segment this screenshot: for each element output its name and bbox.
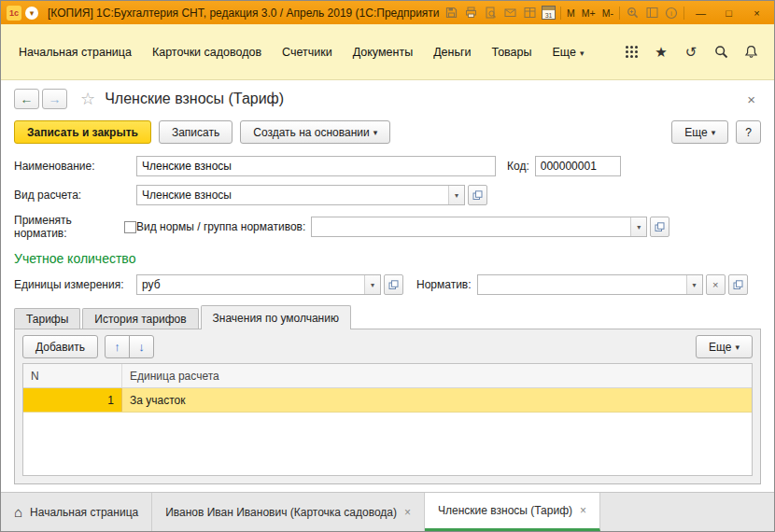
service-grid-icon[interactable] [623,44,640,61]
norm-kind-select[interactable]: ▾ [311,217,647,237]
favorite-star-icon[interactable]: ☆ [80,89,95,109]
name-label: Наименование: [14,160,136,173]
print-icon[interactable] [463,6,478,21]
window-title: [КОПИЯ] 1С:Бухгалтерия СНТ, редакция 3.0… [48,7,440,20]
search-icon[interactable] [712,44,729,61]
more-button[interactable]: Еще▾ [671,120,728,144]
save-icon[interactable] [444,6,458,21]
close-form-icon[interactable]: × [741,90,761,109]
table-icon[interactable] [522,6,537,21]
section-title-accounting-quantity: Учетное количество [1,251,774,266]
bottom-tab-gardener-card[interactable]: Иванов Иван Иванович (Карточка садовода)… [152,493,425,531]
default-values-panel: Добавить ↑ ↓ Еще▾ N Единица расчета 1 За… [14,329,761,484]
favorites-star-icon[interactable]: ★ [653,44,669,61]
close-window-button[interactable]: × [745,5,768,21]
page-title: Членские взносы (Тариф) [105,91,284,107]
info-icon[interactable]: i [664,6,679,21]
tab-tariffs[interactable]: Тарифы [14,308,80,329]
normative-select[interactable]: ▾ [477,274,703,295]
bottom-tab-home[interactable]: ⌂ Начальная страница [1,493,152,531]
history-icon[interactable]: ↺ [683,44,699,61]
calc-type-open-button[interactable] [468,185,487,205]
help-button[interactable]: ? [736,120,761,144]
name-input[interactable] [136,156,496,176]
save-and-close-button[interactable]: Записать и закрыть [14,120,151,144]
apply-norm-group: Применять норматив: [14,214,136,240]
units-value: руб [137,278,364,291]
calc-type-value: Членские взносы [137,189,448,202]
move-up-button[interactable]: ↑ [105,335,130,358]
menu-item-money[interactable]: Деньги [423,40,481,64]
menu-item-gardener-cards[interactable]: Карточки садоводов [142,40,272,64]
create-based-on-label: Создать на основании [253,126,370,139]
titlebar-separator [560,7,561,20]
tab-tariff-history[interactable]: История тарифов [82,308,198,329]
titlebar-separator [683,7,684,20]
calc-type-select[interactable]: Членские взносы ▾ [136,185,465,205]
cell-calc-unit[interactable]: За участок [122,388,752,412]
units-select[interactable]: руб ▾ [136,274,381,295]
print-preview-icon[interactable] [483,6,498,21]
forward-button[interactable]: → [42,89,67,109]
titlebar-separator [619,7,620,20]
menu-item-more[interactable]: Еще▾ [542,40,595,64]
chevron-down-icon: ▾ [373,128,378,137]
close-tab-icon[interactable]: × [580,504,586,517]
units-row: Единицы измерения: руб ▾ Норматив: ▾ × [1,274,774,295]
grid-more-label: Еще [709,341,731,354]
calculator-m-minus-button[interactable]: М- [601,7,614,19]
app-window: 1с ▾ [КОПИЯ] 1С:Бухгалтерия СНТ, редакци… [0,0,775,532]
menu-item-goods[interactable]: Товары [482,40,542,64]
normative-open-button[interactable] [728,274,748,295]
save-button[interactable]: Записать [159,120,232,144]
cell-row-number[interactable]: 1 [23,388,122,412]
normative-clear-button[interactable]: × [706,274,726,295]
chevron-down-icon: ▾ [735,343,740,352]
menu-item-documents[interactable]: Документы [343,40,423,64]
minimize-button[interactable]: — [689,5,712,21]
calc-type-row: Вид расчета: Членские взносы ▾ [1,185,774,205]
calculator-m-plus-button[interactable]: М+ [581,7,597,19]
notifications-bell-icon[interactable] [742,44,759,61]
units-dropdown-button[interactable]: ▾ [364,275,380,294]
send-icon[interactable] [502,6,517,21]
panels-icon[interactable] [644,6,659,21]
table-row[interactable]: 1 За участок [23,388,752,413]
open-windows-bar: ⌂ Начальная страница Иванов Иван Иванови… [1,492,774,531]
titlebar: 1с ▾ [КОПИЯ] 1С:Бухгалтерия СНТ, редакци… [1,1,774,24]
chevron-down-icon: ▾ [580,49,585,58]
norm-kind-open-button[interactable] [650,217,669,237]
create-based-on-button[interactable]: Создать на основании▾ [240,120,390,144]
bottom-tab-home-label: Начальная страница [30,506,138,519]
code-input[interactable] [535,156,621,176]
column-header-n[interactable]: N [23,364,122,387]
close-tab-icon[interactable]: × [404,506,411,519]
calendar-day: 31 [545,12,553,19]
menu-item-home[interactable]: Начальная страница [8,40,142,64]
norm-kind-dropdown-button[interactable]: ▾ [630,217,646,236]
calculator-m-button[interactable]: М [566,7,576,19]
grid-more-button[interactable]: Еще▾ [696,335,753,358]
detail-tabs: Тарифы История тарифов Значения по умолч… [1,305,774,329]
apply-norm-checkbox[interactable] [124,221,136,233]
normative-dropdown-button[interactable]: ▾ [686,275,702,294]
name-row: Наименование: Код: [1,156,774,176]
normative-settings-row: Применять норматив: Вид нормы / группа н… [1,214,774,240]
units-open-button[interactable] [384,274,403,295]
calendar-icon[interactable]: 31 [542,6,556,20]
maximize-button[interactable]: □ [717,5,740,21]
column-header-unit[interactable]: Единица расчета [122,364,752,387]
form-content: ← → ☆ Членские взносы (Тариф) × Записать… [1,80,774,492]
back-button[interactable]: ← [14,89,39,109]
bottom-tab-membership-fees[interactable]: Членские взносы (Тариф) × [425,493,600,531]
menu-item-meters[interactable]: Счетчики [272,40,343,64]
calc-type-dropdown-button[interactable]: ▾ [448,186,464,204]
add-row-button[interactable]: Добавить [22,335,98,358]
grid-toolbar: Добавить ↑ ↓ Еще▾ [15,329,760,363]
main-menu-caret-icon[interactable]: ▾ [25,7,38,20]
more-label: Еще [684,126,707,139]
zoom-in-icon[interactable] [625,6,640,21]
tab-default-values[interactable]: Значения по умолчанию [201,305,351,329]
move-down-button[interactable]: ↓ [129,335,154,358]
normative-label: Норматив: [416,278,472,291]
